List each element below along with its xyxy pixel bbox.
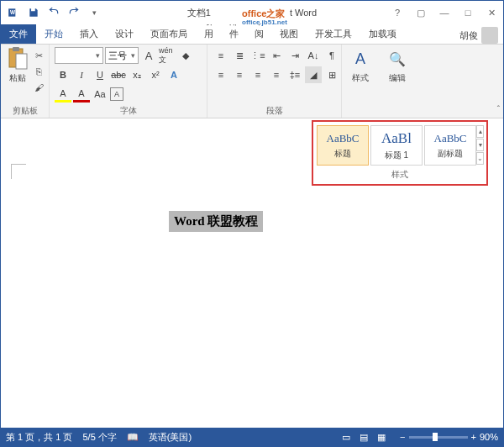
web-layout-button[interactable]: ▦ — [373, 430, 390, 444]
tab-view[interactable]: 视图 — [271, 24, 307, 44]
style-name: 标题 1 — [385, 150, 408, 161]
zoom-slider[interactable] — [409, 436, 468, 439]
font-family-combo[interactable] — [55, 47, 103, 64]
svg-text:W: W — [10, 9, 16, 15]
gallery-label: 样式 — [317, 166, 483, 181]
decrease-indent-button[interactable]: ⇤ — [268, 47, 285, 64]
zoom-out-button[interactable]: − — [400, 432, 405, 442]
page-count[interactable]: 第 1 页，共 1 页 — [6, 431, 72, 444]
borders-button[interactable]: ⊞ — [323, 66, 340, 83]
tab-developer[interactable]: 开发工具 — [307, 24, 360, 44]
print-layout-button[interactable]: ▤ — [355, 430, 372, 444]
italic-button[interactable]: I — [73, 66, 90, 83]
copy-button[interactable]: ⎘ — [32, 65, 45, 78]
doc-name: 文档1 — [187, 7, 211, 19]
paste-label: 粘贴 — [9, 72, 26, 84]
style-option[interactable]: AaBl标题 1 — [370, 125, 423, 166]
sort-button[interactable]: A↓ — [305, 47, 322, 64]
word-count[interactable]: 5/5 个字 — [82, 431, 116, 444]
read-mode-button[interactable]: ▭ — [338, 430, 354, 444]
proofing-icon[interactable]: 📖 — [127, 432, 139, 443]
selected-text[interactable]: Word 联盟教程 — [169, 211, 263, 232]
group-paragraph: ≡ ≣ ⋮≡ ⇤ ⇥ A↓ ¶ ≡ ≡ ≡ ≡ ‡≡ ◢ ⊞ 段落 — [207, 45, 342, 118]
align-right-button[interactable]: ≡ — [249, 66, 266, 83]
text-effects-button[interactable]: A — [165, 66, 182, 83]
zoom-in-button[interactable]: + — [471, 432, 476, 442]
align-left-button[interactable]: ≡ — [213, 66, 229, 83]
gallery-down-button[interactable]: ▾ — [476, 139, 484, 151]
bold-button[interactable]: B — [55, 66, 71, 83]
superscript-button[interactable]: x² — [147, 66, 164, 83]
font-size-combo[interactable]: 三号 — [105, 47, 139, 64]
subscript-button[interactable]: x₂ — [129, 66, 145, 83]
style-row: AaBbC标题AaBl标题 1AaBbC副标题 — [317, 125, 476, 166]
redo-button[interactable] — [65, 3, 83, 22]
close-button[interactable]: ✕ — [480, 3, 503, 23]
svg-rect-3 — [13, 47, 19, 51]
styles-gallery: AaBbC标题AaBl标题 1AaBbC副标题 ▴ ▾ ⌄ 样式 — [312, 120, 488, 186]
style-preview: AaBbC — [327, 132, 360, 145]
tab-design[interactable]: 设计 — [107, 24, 142, 44]
strike-button[interactable]: abc — [110, 66, 127, 83]
minimize-button[interactable]: — — [433, 3, 456, 23]
paragraph-group-label: 段落 — [213, 103, 336, 117]
gallery-more-button[interactable]: ⌄ — [476, 152, 484, 165]
tab-addins[interactable]: 加载项 — [360, 24, 405, 44]
bullets-button[interactable]: ≡ — [213, 47, 229, 64]
align-center-button[interactable]: ≡ — [231, 66, 248, 83]
clear-format-button[interactable]: ◆ — [177, 47, 194, 64]
underline-button[interactable]: U — [92, 66, 108, 83]
shading-button[interactable]: ◢ — [305, 66, 322, 83]
gallery-up-button[interactable]: ▴ — [476, 125, 484, 138]
font-color-button[interactable]: A — [73, 86, 90, 103]
tab-insert[interactable]: 插入 — [71, 24, 107, 44]
styles-pane-button[interactable]: A 样式 — [347, 47, 374, 84]
change-case-button[interactable]: Aa — [92, 86, 108, 103]
zoom-control: − + 90% — [400, 432, 498, 442]
grow-font-button[interactable]: A — [140, 47, 157, 64]
undo-button[interactable] — [45, 3, 63, 22]
show-marks-button[interactable]: ¶ — [323, 47, 340, 64]
tab-home[interactable]: 开始 — [36, 24, 71, 44]
style-name: 标题 — [334, 148, 351, 160]
title-bar: W ▾ 文档1 t Word office之家 office.jb51.net … — [1, 1, 503, 24]
editing-label: 编辑 — [389, 72, 406, 84]
numbering-button[interactable]: ≣ — [231, 47, 248, 64]
tab-layout[interactable]: 页面布局 — [142, 24, 196, 44]
document-area[interactable]: Word 联盟教程 AaBbC标题AaBl标题 1AaBbC副标题 ▴ ▾ ⌄ … — [1, 118, 503, 433]
cut-button[interactable]: ✂ — [32, 49, 45, 62]
paste-button[interactable]: 粘贴 — [6, 47, 29, 84]
group-font: 三号 A wén文 ◆ B I U abc x₂ x² A A A Aa A — [50, 45, 207, 118]
page-corner-icon — [11, 164, 26, 179]
char-border-button[interactable]: A — [110, 87, 123, 101]
zoom-level[interactable]: 90% — [480, 432, 498, 442]
user-name: 胡俊 — [459, 29, 478, 42]
maximize-button[interactable]: □ — [456, 3, 480, 23]
group-styles: A 样式 — [342, 45, 379, 118]
user-account[interactable]: 胡俊 — [454, 27, 503, 44]
collapse-ribbon-icon[interactable]: ˆ — [497, 105, 500, 114]
tab-file[interactable]: 文件 — [1, 24, 36, 44]
multilevel-button[interactable]: ⋮≡ — [249, 47, 266, 64]
phonetic-guide-button[interactable]: wén文 — [159, 47, 176, 64]
increase-indent-button[interactable]: ⇥ — [286, 47, 303, 64]
style-name: 副标题 — [438, 148, 463, 160]
line-spacing-button[interactable]: ‡≡ — [286, 66, 303, 83]
app-name: t Word — [290, 8, 317, 18]
save-button[interactable] — [24, 3, 43, 22]
styles-label: 样式 — [352, 72, 369, 84]
group-editing: 🔍 编辑 — [379, 45, 416, 118]
language-status[interactable]: 英语(美国) — [149, 431, 192, 444]
style-option[interactable]: AaBbC标题 — [317, 125, 369, 166]
status-bar: 第 1 页，共 1 页 5/5 个字 📖 英语(美国) ▭ ▤ ▦ − + 90… — [1, 428, 503, 446]
help-button[interactable]: ? — [386, 3, 409, 23]
justify-button[interactable]: ≡ — [268, 66, 285, 83]
ribbon-options-button[interactable]: ▢ — [409, 3, 433, 23]
clipboard-group-label: 剪贴板 — [6, 103, 44, 117]
style-option[interactable]: AaBbC副标题 — [424, 125, 476, 166]
editing-button[interactable]: 🔍 编辑 — [384, 47, 411, 84]
highlight-button[interactable]: A — [55, 86, 71, 103]
eraser-button[interactable] — [184, 66, 201, 83]
qat-customize-icon[interactable]: ▾ — [85, 3, 103, 22]
format-painter-button[interactable]: 🖌 — [32, 81, 45, 94]
